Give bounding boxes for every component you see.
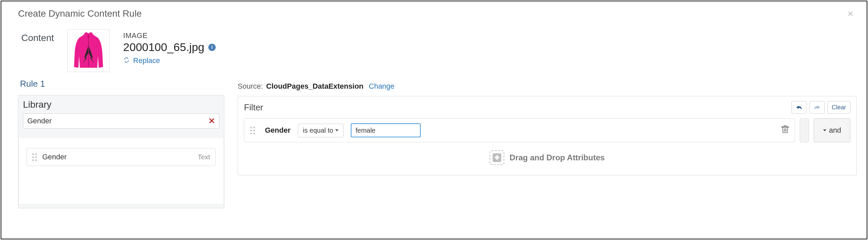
group-bracket[interactable] [800, 118, 809, 142]
attribute-name: Gender [42, 153, 198, 161]
content-meta: IMAGE 2000100_65.jpg i Replace [123, 29, 216, 65]
source-label: Source: [238, 82, 263, 91]
info-icon[interactable]: i [208, 44, 216, 51]
undo-icon [796, 105, 802, 110]
condition-operator-select[interactable]: is equal to [298, 124, 343, 137]
close-icon[interactable]: × [847, 8, 857, 19]
source-row: Source: CloudPages_DataExtension Change [238, 82, 857, 91]
content-thumbnail[interactable] [67, 29, 110, 72]
filter-title: Filter [244, 102, 263, 113]
modal-title: Create Dynamic Content Rule [18, 8, 142, 19]
condition-attribute: Gender [265, 126, 290, 135]
jacket-icon [70, 31, 107, 71]
modal-header: Create Dynamic Content Rule × [1, 1, 867, 23]
condition-value-input[interactable] [351, 123, 421, 137]
source-change-link[interactable]: Change [369, 82, 394, 91]
replace-icon [123, 57, 130, 65]
chevron-down-icon [823, 129, 827, 131]
attribute-chip[interactable]: Gender Text [27, 148, 216, 166]
redo-button[interactable] [809, 101, 825, 114]
content-header: Content IMAGE 2000100_65.jpg i Replace [1, 23, 867, 79]
chevron-down-icon [335, 129, 339, 131]
source-name: CloudPages_DataExtension [266, 82, 364, 91]
drag-handle-icon[interactable] [250, 127, 255, 134]
drop-target-icon: ✥ [490, 150, 504, 165]
replace-link[interactable]: Replace [133, 56, 160, 65]
condition-operator-label: is equal to [303, 127, 333, 134]
content-type-label: IMAGE [123, 31, 216, 40]
filter-condition: Gender is equal to [244, 118, 795, 142]
drop-hint-text: Drag and Drop Attributes [509, 153, 605, 162]
drag-handle-icon[interactable] [32, 153, 37, 161]
filter-panel: Filter Clear [238, 96, 857, 175]
clear-search-icon[interactable]: ✕ [208, 116, 215, 126]
logic-operator-button[interactable]: and [814, 118, 850, 142]
redo-icon [814, 105, 820, 110]
library-results: Gender Text [18, 138, 224, 205]
undo-button[interactable] [792, 101, 807, 114]
attribute-type: Text [198, 153, 210, 161]
content-filename: 2000100_65.jpg [123, 41, 204, 54]
attribute-drop-zone[interactable]: ✥ Drag and Drop Attributes [244, 150, 850, 165]
clear-button[interactable]: Clear [827, 101, 850, 114]
modal-create-dynamic-content-rule: Create Dynamic Content Rule × Content IM… [1, 1, 867, 239]
library-panel: Library ✕ Gender Text [18, 95, 224, 208]
library-search-input[interactable] [27, 117, 208, 125]
library-search[interactable]: ✕ [23, 113, 219, 129]
content-section-label: Content [21, 29, 54, 43]
delete-condition-button[interactable] [781, 125, 789, 135]
logic-operator-label: and [829, 126, 841, 135]
rule-title: Rule 1 [18, 79, 224, 89]
trash-icon [781, 125, 789, 133]
library-title: Library [23, 99, 219, 110]
